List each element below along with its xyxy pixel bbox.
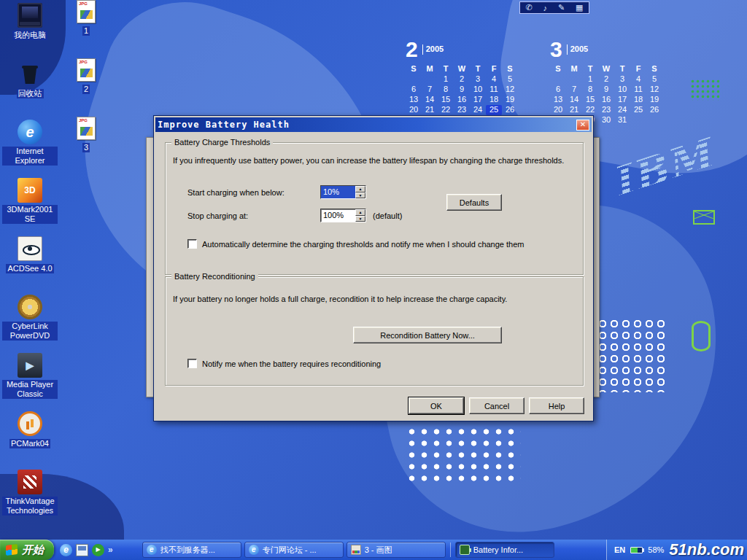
calendar-day: [646, 115, 662, 125]
calendar-day-header: F: [630, 64, 646, 74]
calendar-day: 22: [582, 105, 598, 115]
desktop-icon-thinkvantage[interactable]: ThinkVantage Technologies: [1, 470, 58, 524]
dialog-titlebar[interactable]: Improve Battery Health ✕: [155, 117, 592, 132]
cancel-button[interactable]: Cancel: [469, 397, 525, 414]
improve-battery-health-dialog: Improve Battery Health ✕ Battery Charge …: [153, 115, 594, 421]
spin-down-icon[interactable]: [355, 192, 365, 199]
taskbar-task[interactable]: 3 - 画图: [347, 542, 446, 558]
start-charging-label: Start charging when below:: [187, 188, 285, 197]
help-button[interactable]: Help: [529, 397, 584, 414]
my-computer-icon: [18, 3, 42, 28]
desktop-icon-powerdvd[interactable]: CyberLink PowerDVD: [1, 295, 58, 349]
calendar-day: 20: [406, 105, 422, 115]
jpg-file-label: 2: [82, 85, 90, 94]
calendar-day-header: F: [486, 64, 502, 74]
start-charging-spinner[interactable]: 10%: [320, 185, 366, 199]
note-icon[interactable]: [543, 4, 548, 12]
calendar-day: 23: [454, 105, 470, 115]
calendar-day-header: T: [582, 64, 598, 74]
calendar-day: 14: [422, 95, 438, 105]
calendar-month-number: 2: [406, 38, 418, 61]
start-charging-value[interactable]: 10%: [321, 186, 355, 198]
pen-icon[interactable]: [558, 3, 565, 12]
jpg-file-icon[interactable]: JPG1: [70, 0, 102, 35]
calendar-header: 22005: [406, 38, 519, 64]
spin-up-icon[interactable]: [355, 186, 365, 192]
taskbar-task[interactable]: Battery Infor...: [455, 542, 554, 558]
taskbar-task[interactable]: 专门网论坛 - ...: [244, 542, 344, 558]
calendar-day-header: T: [470, 64, 486, 74]
dialog-body: Battery Charge Thresholds If you infrequ…: [155, 132, 592, 419]
dot-pattern: [406, 426, 521, 487]
spinner-buttons: [355, 209, 365, 222]
calendar-day: 4: [630, 74, 646, 85]
quick-launch: [54, 544, 119, 556]
dialog-title: Improve Battery Health: [158, 120, 576, 130]
battery-icon[interactable]: [630, 547, 643, 553]
phone-icon[interactable]: [525, 3, 532, 12]
desktop-icon-recycle-bin[interactable]: 回收站: [1, 61, 58, 115]
spinner-buttons: [355, 186, 365, 198]
taskbar-task[interactable]: 找不到服务器...: [142, 542, 241, 558]
desktop-icon-my-computer[interactable]: 我的电脑: [1, 3, 58, 57]
auto-determine-checkbox[interactable]: [187, 239, 197, 249]
ie-icon: [249, 545, 259, 555]
calendar-day: 7: [566, 85, 582, 95]
close-icon[interactable]: ✕: [576, 120, 589, 131]
calendar-year: 2005: [570, 44, 588, 53]
icon-glyph: ▶: [18, 353, 42, 378]
recondition-battery-button[interactable]: Recondition Battery Now...: [353, 327, 502, 343]
thresholds-description: If you infrequently use battery power, y…: [173, 156, 580, 165]
calendar-day: 10: [614, 85, 630, 95]
notify-reconditioning-checkbox[interactable]: [187, 359, 197, 368]
ie-icon[interactable]: [60, 544, 72, 556]
defaults-button[interactable]: Defaults: [446, 194, 502, 211]
overflow-chevron-icon[interactable]: [108, 545, 113, 555]
jpg-file-icon[interactable]: JPG2: [70, 58, 102, 93]
desktop-icon[interactable]: [76, 544, 88, 556]
battery-icon: [460, 545, 470, 555]
calendar-day: 21: [422, 105, 438, 115]
calendar-day: 25: [630, 105, 646, 115]
calendar-header: 32005: [550, 38, 664, 64]
calendar-day: 19: [502, 95, 518, 105]
internet-explorer-icon: e: [18, 120, 42, 144]
calendar-day: [422, 74, 438, 85]
calendar-day: 26: [502, 105, 518, 115]
3dmark2001-icon: 3D: [18, 178, 42, 203]
ie-icon: [147, 545, 157, 555]
calendar-day: 15: [582, 95, 598, 105]
spin-up-icon[interactable]: [355, 209, 365, 216]
desktop-icon-pcmark04[interactable]: PCMark04: [1, 411, 58, 465]
calendar-day: 11: [486, 85, 502, 95]
start-button[interactable]: 开始: [0, 540, 54, 560]
desktop-icon-list: 我的电脑回收站eInternet Explorer3D3DMark2001 SE…: [1, 3, 58, 524]
ok-button[interactable]: OK: [409, 397, 464, 414]
paint-icon: [351, 545, 361, 555]
grid-icon[interactable]: [576, 3, 583, 12]
start-label: 开始: [22, 543, 44, 557]
language-indicator[interactable]: EN: [614, 545, 625, 554]
calendar-day: 11: [630, 85, 646, 95]
desktop-icon-internet-explorer[interactable]: eInternet Explorer: [1, 120, 58, 174]
calendar-day-header: S: [646, 64, 662, 74]
calendar-day-header: M: [566, 64, 582, 74]
jpg-type-label: JPG: [79, 60, 88, 64]
task-list: 找不到服务器...专门网论坛 - ...3 - 画图Battery Infor.…: [142, 542, 554, 558]
media-icon[interactable]: [92, 544, 104, 556]
stop-charging-value[interactable]: 100%: [321, 209, 355, 222]
jpg-file-icon[interactable]: JPG3: [70, 117, 102, 152]
desktop-icon-label: 3DMark2001 SE: [2, 205, 58, 224]
desktop-icon-3dmark2001[interactable]: 3D3DMark2001 SE: [1, 178, 58, 232]
desktop-icon-acdsee[interactable]: ACDSee 4.0: [1, 236, 58, 290]
stop-charging-spinner[interactable]: 100%: [320, 209, 366, 222]
spin-down-icon[interactable]: [355, 216, 365, 222]
desktop-toolbar[interactable]: [519, 1, 589, 14]
calendar-february: 22005SMTWTFS1234567891011121314151617181…: [406, 38, 519, 125]
battery-percent: 58%: [648, 545, 664, 554]
thinkvantage-icon: [18, 470, 42, 494]
desktop-icon-label: CyberLink PowerDVD: [2, 322, 58, 341]
desktop-icon-media-player-classic[interactable]: ▶Media Player Classic: [1, 353, 58, 407]
calendar-day: 18: [486, 95, 502, 105]
taskbar: 开始 找不到服务器...专门网论坛 - ...3 - 画图Battery Inf…: [0, 540, 747, 560]
